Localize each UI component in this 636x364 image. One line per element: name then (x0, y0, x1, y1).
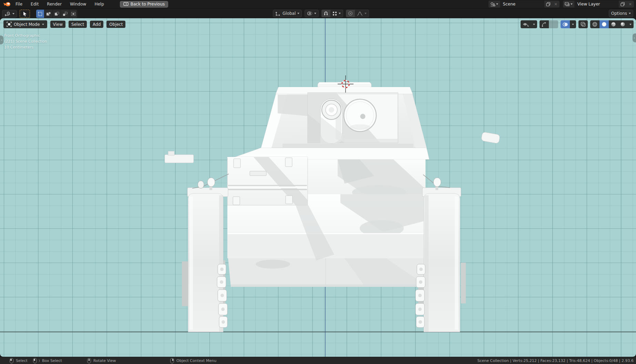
viewport-menu-select[interactable]: Select (69, 21, 87, 28)
wireframe-shading-icon (592, 22, 597, 27)
select-set-icon (38, 12, 42, 16)
options-label: Options (611, 11, 627, 16)
chevron-down-icon (314, 13, 316, 14)
select-mode-intersect-button[interactable] (69, 10, 77, 18)
tool-settings-row: Global (0, 9, 636, 18)
tweak-tool-button[interactable] (20, 10, 30, 18)
transform-orientation-dropdown[interactable]: Global (273, 10, 302, 17)
active-tool-dropdown[interactable] (2, 10, 17, 18)
menu-help[interactable]: Help (90, 1, 108, 8)
gizmo-icon (542, 22, 547, 27)
scene-copy-button[interactable] (544, 1, 552, 8)
options-dropdown[interactable]: Options (609, 10, 633, 17)
select-mode-subtract-button[interactable] (53, 10, 61, 18)
hint-rotate-view: Rotate View (87, 357, 116, 364)
topbar: File Edit Render Window Help Back to Pre… (0, 0, 636, 9)
material-shading-icon (611, 22, 616, 27)
viewport-header: Object Mode View Select Add Object (3, 20, 125, 28)
shading-solid-button[interactable] (599, 20, 609, 28)
hint-label: Box Select (42, 358, 62, 363)
chevron-down-icon (365, 13, 367, 14)
chevron-down-icon (629, 13, 631, 14)
chevron-down-icon (42, 24, 44, 25)
xray-toggle[interactable] (578, 20, 588, 28)
back-button-label: Back to Previous (131, 2, 165, 7)
orientation-value: Global (283, 11, 296, 16)
mode-label: Object Mode (14, 22, 40, 27)
magnet-icon (324, 11, 328, 16)
toolbar-expand-tab[interactable]: › (0, 35, 3, 44)
view-layer-icon (565, 2, 570, 7)
chevron-down-icon (496, 3, 498, 5)
shading-material-button[interactable] (609, 20, 618, 28)
chevron-down-icon (533, 24, 535, 25)
viewport-menu-add[interactable]: Add (90, 21, 103, 28)
snap-toggle[interactable] (321, 10, 330, 17)
tweak-cursor-icon (23, 11, 27, 17)
hint-label: Rotate View (93, 358, 116, 363)
viewport-3d[interactable]: Object Mode View Select Add Object (0, 18, 636, 357)
menu-render[interactable]: Render (43, 1, 66, 8)
overlays-group (561, 20, 576, 28)
active-tool-icon (4, 11, 11, 17)
menu-window[interactable]: Window (66, 1, 90, 8)
viewport-menu-object[interactable]: Object (106, 21, 125, 28)
view-layer-remove-button[interactable]: ✕ (627, 2, 634, 7)
proportional-edit-icon (348, 11, 353, 16)
falloff-dropdown[interactable] (355, 10, 369, 17)
scene-unlink-button[interactable]: ✕ (552, 2, 560, 7)
view-layer-name-field[interactable]: View Layer (575, 1, 619, 8)
rendered-shading-icon (620, 22, 625, 27)
view-layer-browse-button[interactable] (563, 1, 575, 8)
back-to-previous-button[interactable]: Back to Previous (120, 1, 168, 8)
shading-mode-group (590, 20, 634, 28)
select-invert-icon (63, 12, 68, 16)
chevron-down-icon (339, 13, 341, 14)
hint-select: Select (10, 357, 28, 364)
snap-target-dropdown[interactable] (330, 10, 343, 17)
gizmo-dropdown[interactable] (549, 20, 558, 28)
tank-model[interactable] (152, 73, 500, 334)
collection-label: (221) Scene Collection (4, 39, 47, 44)
select-extend-icon (46, 12, 51, 16)
show-gizmo-toggle[interactable] (540, 20, 549, 28)
scene-browse-button[interactable] (489, 1, 500, 8)
select-mode-set-button[interactable] (36, 10, 44, 18)
menu-edit[interactable]: Edit (27, 1, 43, 8)
copy-icon (546, 2, 551, 7)
viewport-header-right (521, 20, 634, 28)
chevron-down-icon (571, 3, 573, 5)
show-overlays-toggle[interactable] (561, 20, 570, 28)
view-name-label: Front Orthographic (4, 33, 47, 39)
scene-selector: Scene ✕ (489, 1, 560, 8)
select-mode-invert-button[interactable] (61, 10, 69, 18)
object-types-visibility-dropdown[interactable] (521, 20, 537, 28)
view-layer-copy-button[interactable] (619, 1, 627, 8)
scene-name-field[interactable]: Scene (500, 1, 544, 8)
mouse-left (10, 358, 13, 363)
viewport-menu-view[interactable]: View (50, 21, 65, 28)
mouse-left-drag (33, 358, 37, 363)
pivot-point-dropdown[interactable] (305, 10, 319, 17)
select-mode-extend-button[interactable] (44, 10, 52, 18)
xray-icon (581, 22, 586, 27)
shading-wireframe-button[interactable] (590, 20, 599, 28)
mode-dropdown[interactable]: Object Mode (3, 20, 47, 28)
grid-scale-label: 10 Centimeters (4, 44, 47, 50)
drag-tick (38, 359, 40, 362)
mouse-right (170, 358, 174, 363)
tool-settings-left (2, 10, 77, 18)
blender-window: File Edit Render Window Help Back to Pre… (0, 0, 636, 364)
blender-logo[interactable] (2, 1, 11, 7)
shading-rendered-button[interactable] (618, 20, 627, 28)
falloff-curve-icon (357, 11, 363, 16)
menu-file[interactable]: File (11, 1, 27, 8)
statusbar: Select Box Select Rotate View Object Con… (0, 357, 636, 364)
tool-settings-center: Global (273, 10, 369, 17)
proportional-edit-toggle[interactable] (346, 10, 355, 17)
select-subtract-icon (54, 12, 59, 16)
chevron-down-icon (297, 13, 299, 14)
object-mode-icon (7, 22, 12, 27)
gizmos-group (540, 20, 558, 28)
sidebar-expand-tab[interactable]: ‹ (633, 33, 636, 42)
